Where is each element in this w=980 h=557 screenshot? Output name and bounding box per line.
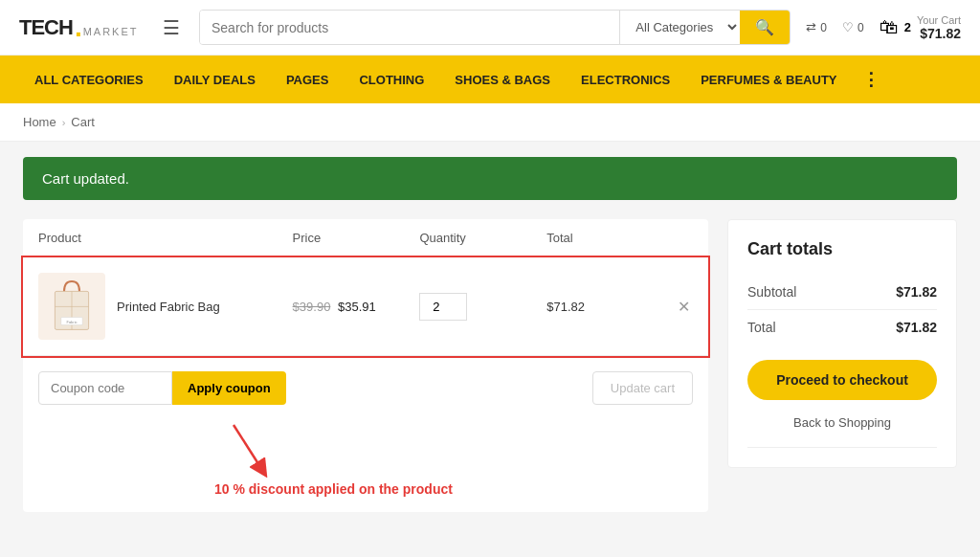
col-price: Price	[293, 231, 420, 245]
wishlist-count: 0	[858, 21, 864, 34]
checkout-button[interactable]: Proceed to checkout	[747, 360, 937, 400]
search-button[interactable]: 🔍	[740, 11, 790, 44]
product-cell: Fabric Printed Fabric Bag	[38, 273, 293, 340]
nav-electronics[interactable]: ELECTRONICS	[566, 59, 685, 100]
annotation-arrow	[214, 420, 310, 478]
remove-item-button[interactable]: ✕	[674, 298, 693, 316]
nav-clothing[interactable]: CLOTHING	[344, 59, 439, 100]
cart-total: $71.82	[917, 26, 961, 41]
breadcrumb-current: Cart	[71, 115, 95, 129]
nav-more-button[interactable]: ⋮	[853, 56, 889, 103]
product-image: Fabric	[38, 273, 105, 340]
breadcrumb: Home › Cart	[0, 103, 980, 142]
annotation-area: 10 % discount applied on the product	[23, 420, 708, 512]
breadcrumb-home[interactable]: Home	[23, 115, 56, 129]
cart-banner-message: Cart updated.	[42, 170, 129, 187]
cart-row: Fabric Printed Fabric Bag $39.90 $35.91 …	[23, 257, 708, 356]
page-content: Cart updated. Product Price Quantity Tot…	[0, 142, 980, 527]
svg-line-6	[234, 425, 262, 470]
cart-layout: Product Price Quantity Total	[23, 219, 957, 512]
subtotal-row: Subtotal $71.82	[747, 275, 937, 310]
nav-perfumes-beauty[interactable]: PERFUMES & BEAUTY	[685, 59, 852, 100]
compare-count: 0	[820, 21, 827, 34]
cart-button[interactable]: 🛍 2 Your Cart $71.82	[880, 14, 961, 41]
cart-count: 2	[904, 20, 911, 34]
cart-totals-title: Cart totals	[747, 239, 937, 259]
bag-svg: Fabric	[48, 278, 96, 335]
subtotal-value: $71.82	[896, 284, 937, 300]
back-shopping-button[interactable]: Back to Shopping	[747, 406, 937, 439]
subtotal-label: Subtotal	[747, 284, 796, 300]
search-input[interactable]	[200, 11, 619, 44]
col-total: Total	[546, 231, 674, 245]
logo-dot: .	[75, 12, 81, 43]
breadcrumb-separator: ›	[62, 117, 66, 128]
compare-button[interactable]: ⇄ 0	[806, 20, 827, 34]
product-name: Printed Fabric Bag	[117, 300, 220, 314]
category-select[interactable]: All Categories	[619, 11, 740, 44]
search-bar: All Categories 🔍	[199, 10, 791, 45]
logo: TECH. MARKET	[19, 12, 144, 43]
coupon-area: Apply coupon	[38, 371, 286, 405]
col-product: Product	[38, 231, 293, 245]
heart-icon: ♡	[842, 20, 854, 34]
qty-cell	[419, 293, 546, 321]
col-quantity: Quantity	[419, 231, 546, 245]
totals-divider	[747, 447, 937, 448]
nav-daily-deals[interactable]: DAILY DEALS	[159, 59, 271, 100]
total-value: $71.82	[896, 320, 937, 335]
cart-info: Your Cart $71.82	[917, 14, 961, 41]
cart-main: Product Price Quantity Total	[23, 219, 708, 512]
wishlist-button[interactable]: ♡ 0	[842, 20, 864, 34]
cart-banner: Cart updated.	[23, 157, 957, 200]
svg-text:Fabric: Fabric	[66, 320, 77, 324]
cart-actions: Apply coupon Update cart	[23, 356, 708, 420]
header: TECH. MARKET ☰ All Categories 🔍 ⇄ 0 ♡ 0 …	[0, 0, 980, 56]
header-icons: ⇄ 0 ♡ 0 🛍 2 Your Cart $71.82	[806, 14, 961, 41]
main-nav: ALL CATEGORIES DAILY DEALS PAGES CLOTHIN…	[0, 56, 980, 103]
cart-totals: Cart totals Subtotal $71.82 Total $71.82…	[727, 219, 957, 468]
price-cell: $39.90 $35.91	[293, 300, 420, 314]
update-cart-button[interactable]: Update cart	[592, 371, 693, 405]
total-row: Total $71.82	[747, 310, 937, 345]
cart-label: Your Cart	[917, 14, 961, 26]
price-old: $39.90	[293, 300, 331, 314]
apply-coupon-button[interactable]: Apply coupon	[172, 371, 286, 405]
total-cell: $71.82	[546, 300, 674, 314]
nav-pages[interactable]: PAGES	[271, 59, 345, 100]
total-label: Total	[747, 320, 776, 335]
cart-icon: 🛍	[880, 16, 899, 38]
annotation-text: 10 % discount applied on the product	[214, 481, 453, 497]
cart-sidebar: Cart totals Subtotal $71.82 Total $71.82…	[727, 219, 957, 512]
hamburger-button[interactable]: ☰	[159, 12, 184, 43]
compare-icon: ⇄	[806, 20, 816, 34]
logo-market: MARKET	[83, 26, 139, 37]
price-new: $35.91	[338, 300, 376, 314]
quantity-input[interactable]	[419, 293, 467, 321]
nav-shoes-bags[interactable]: SHOES & BAGS	[439, 59, 566, 100]
logo-tech: TECH	[19, 15, 73, 40]
cart-table-header: Product Price Quantity Total	[23, 219, 708, 257]
coupon-input[interactable]	[38, 371, 172, 405]
nav-all-categories[interactable]: ALL CATEGORIES	[19, 59, 159, 100]
